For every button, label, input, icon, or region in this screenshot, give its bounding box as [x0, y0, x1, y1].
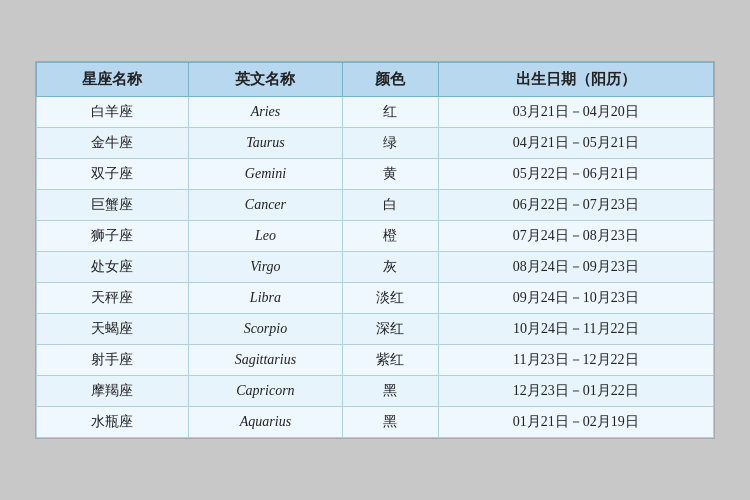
cell-english: Virgo — [188, 252, 342, 283]
cell-color: 橙 — [343, 221, 439, 252]
table-header-row: 星座名称 英文名称 颜色 出生日期（阳历） — [37, 63, 714, 97]
cell-date: 01月21日－02月19日 — [438, 407, 713, 438]
cell-chinese: 巨蟹座 — [37, 190, 189, 221]
cell-chinese: 金牛座 — [37, 128, 189, 159]
cell-color: 深红 — [343, 314, 439, 345]
cell-english: Aries — [188, 97, 342, 128]
cell-color: 黑 — [343, 376, 439, 407]
table-row: 白羊座Aries红03月21日－04月20日 — [37, 97, 714, 128]
table-row: 天蝎座Scorpio深红10月24日－11月22日 — [37, 314, 714, 345]
table-row: 巨蟹座Cancer白06月22日－07月23日 — [37, 190, 714, 221]
cell-date: 04月21日－05月21日 — [438, 128, 713, 159]
table-row: 双子座Gemini黄05月22日－06月21日 — [37, 159, 714, 190]
table-row: 水瓶座Aquarius黑01月21日－02月19日 — [37, 407, 714, 438]
table-row: 摩羯座Capricorn黑12月23日－01月22日 — [37, 376, 714, 407]
table-row: 金牛座Taurus绿04月21日－05月21日 — [37, 128, 714, 159]
table-body: 白羊座Aries红03月21日－04月20日金牛座Taurus绿04月21日－0… — [37, 97, 714, 438]
cell-date: 12月23日－01月22日 — [438, 376, 713, 407]
cell-english: Scorpio — [188, 314, 342, 345]
cell-chinese: 射手座 — [37, 345, 189, 376]
cell-english: Leo — [188, 221, 342, 252]
header-chinese-name: 星座名称 — [37, 63, 189, 97]
cell-chinese: 白羊座 — [37, 97, 189, 128]
cell-date: 11月23日－12月22日 — [438, 345, 713, 376]
cell-chinese: 狮子座 — [37, 221, 189, 252]
cell-color: 绿 — [343, 128, 439, 159]
cell-color: 灰 — [343, 252, 439, 283]
cell-english: Taurus — [188, 128, 342, 159]
cell-color: 紫红 — [343, 345, 439, 376]
cell-english: Aquarius — [188, 407, 342, 438]
cell-english: Gemini — [188, 159, 342, 190]
cell-chinese: 天秤座 — [37, 283, 189, 314]
cell-color: 黄 — [343, 159, 439, 190]
cell-date: 08月24日－09月23日 — [438, 252, 713, 283]
cell-english: Libra — [188, 283, 342, 314]
cell-chinese: 摩羯座 — [37, 376, 189, 407]
cell-date: 10月24日－11月22日 — [438, 314, 713, 345]
cell-date: 07月24日－08月23日 — [438, 221, 713, 252]
cell-english: Capricorn — [188, 376, 342, 407]
cell-english: Cancer — [188, 190, 342, 221]
header-birthdate: 出生日期（阳历） — [438, 63, 713, 97]
table-row: 射手座Sagittarius紫红11月23日－12月22日 — [37, 345, 714, 376]
header-color: 颜色 — [343, 63, 439, 97]
header-english-name: 英文名称 — [188, 63, 342, 97]
cell-chinese: 天蝎座 — [37, 314, 189, 345]
cell-chinese: 双子座 — [37, 159, 189, 190]
cell-color: 红 — [343, 97, 439, 128]
cell-date: 06月22日－07月23日 — [438, 190, 713, 221]
cell-chinese: 水瓶座 — [37, 407, 189, 438]
zodiac-table: 星座名称 英文名称 颜色 出生日期（阳历） 白羊座Aries红03月21日－04… — [36, 62, 714, 438]
table-row: 处女座Virgo灰08月24日－09月23日 — [37, 252, 714, 283]
table-row: 天秤座Libra淡红09月24日－10月23日 — [37, 283, 714, 314]
cell-color: 淡红 — [343, 283, 439, 314]
cell-chinese: 处女座 — [37, 252, 189, 283]
zodiac-table-container: 星座名称 英文名称 颜色 出生日期（阳历） 白羊座Aries红03月21日－04… — [35, 61, 715, 439]
cell-date: 05月22日－06月21日 — [438, 159, 713, 190]
cell-color: 白 — [343, 190, 439, 221]
cell-english: Sagittarius — [188, 345, 342, 376]
cell-date: 03月21日－04月20日 — [438, 97, 713, 128]
cell-date: 09月24日－10月23日 — [438, 283, 713, 314]
cell-color: 黑 — [343, 407, 439, 438]
table-row: 狮子座Leo橙07月24日－08月23日 — [37, 221, 714, 252]
